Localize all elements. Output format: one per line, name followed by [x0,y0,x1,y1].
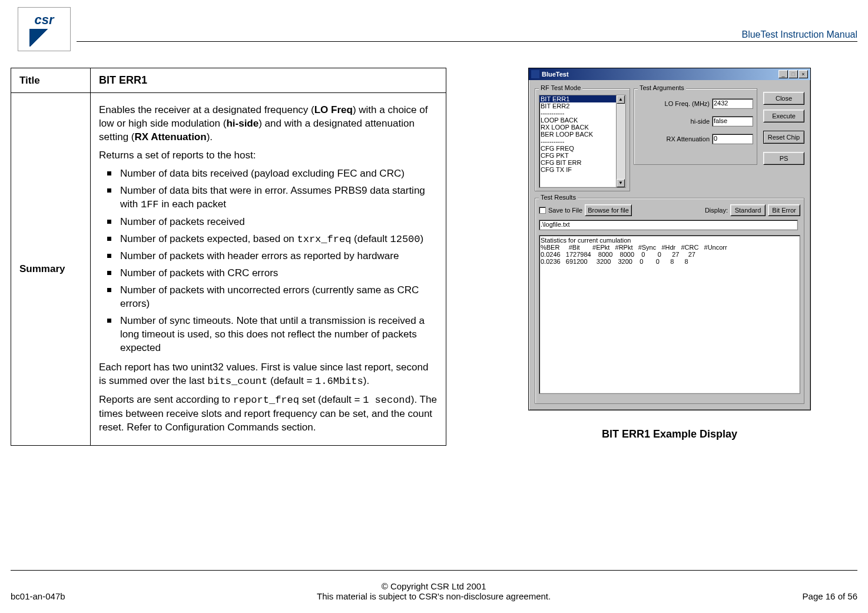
stats-output: Statistics for current cumulation %BER #… [539,235,800,394]
minimize-button[interactable]: _ [778,70,788,78]
header-rule [77,41,857,42]
summary-label: Summary [11,93,91,446]
close-button[interactable]: × [799,70,808,78]
logfile-path-input[interactable]: .\logfile.txt [539,220,798,230]
test-arguments-label: Test Arguments [638,84,686,91]
bullet: Number of sync timeouts. Note that until… [99,314,438,355]
summary-para2: Each report has two unint32 values. Firs… [99,361,438,389]
hi-side-input[interactable]: false [712,116,753,127]
close-dialog-button[interactable]: Close [763,92,804,105]
title-label: Title [11,68,91,93]
summary-content: Enables the receiver at a designated fre… [91,93,446,446]
bullet: Number of data bits that were in error. … [99,184,438,212]
save-to-file-label: Save to File [548,207,582,214]
summary-para3: Reports are sent according to report_fre… [99,393,438,435]
browse-button[interactable]: Browse for file [585,204,632,216]
app-icon [531,70,539,78]
listbox-item[interactable]: CFG BIT ERR [539,159,625,166]
listbox-item[interactable]: CFG FREQ [539,145,625,152]
logo: csr [18,7,71,51]
scroll-down-icon[interactable]: ▼ [617,179,625,187]
spec-table: Title BIT ERR1 Summary Enables the recei… [11,68,446,446]
rx-attenuation-label: RX Attenuation [667,135,710,143]
rf-test-mode-label: RF Test Mode [539,84,582,91]
doc-title: BlueTest Instruction Manual [741,29,857,40]
logo-text: csr [34,12,54,28]
summary-bullets: Number of data bits received (payload ex… [99,167,438,355]
listbox-item[interactable]: LOOP BACK [539,117,625,124]
footer-page: Page 16 of 56 [803,591,857,601]
footer-left: bc01-an-047b [11,591,65,601]
listbox-item[interactable]: ----------- [539,110,625,117]
save-to-file-checkbox[interactable] [539,207,546,214]
maximize-button[interactable]: □ [789,70,798,78]
scroll-up-icon[interactable]: ▲ [617,95,625,104]
bullet: Number of packets with CRC errors [99,267,438,280]
footer-nda: This material is subject to CSR's non-di… [65,591,803,601]
listbox-item[interactable]: CFG TX IF [539,166,625,173]
bullet: Number of packets with header errors as … [99,250,438,263]
hi-side-label: hi-side [691,118,710,125]
bullet: Number of packets expected, based on txr… [99,233,438,247]
logo-swoosh-icon [29,29,59,47]
footer-rule [11,570,857,571]
listbox-item[interactable]: BER LOOP BACK [539,131,625,138]
bullet: Number of packets with uncorrected error… [99,284,438,311]
bullet: Number of packets received [99,216,438,229]
listbox-scrollbar[interactable]: ▲ ▼ [616,95,625,187]
footer: bc01-an-047b © Copyright CSR Ltd 2001 Th… [11,581,857,601]
titlebar: BlueTest _ □ × [529,68,810,80]
ps-button[interactable]: PS [763,152,804,165]
summary-returns: Returns a set of reports to the host: [99,149,438,163]
standard-button[interactable]: Standard [730,204,766,216]
bullet: Number of data bits received (payload ex… [99,167,438,181]
listbox-item[interactable]: BIT ERR1 [539,95,625,102]
title-value: BIT ERR1 [91,68,446,93]
lo-freq-label: LO Freq. (MHz) [665,100,710,107]
footer-copyright: © Copyright CSR Ltd 2001 [65,581,803,591]
summary-intro: Enables the receiver at a designated fre… [99,104,438,144]
test-results-group: Test Results Save to File Browse for fil… [535,198,804,404]
listbox-item[interactable]: CFG PKT [539,152,625,159]
figure-caption: BIT ERR1 Example Display [602,428,737,440]
rf-mode-listbox[interactable]: BIT ERR1BIT ERR2-----------LOOP BACKRX L… [539,95,626,188]
rx-attenuation-input[interactable]: 0 [712,134,753,144]
rf-test-mode-group: RF Test Mode BIT ERR1BIT ERR2-----------… [535,88,630,191]
listbox-item[interactable]: RX LOOP BACK [539,124,625,131]
listbox-item[interactable]: BIT ERR2 [539,102,625,110]
display-label: Display: [705,207,728,214]
app-window: BlueTest _ □ × RF Test Mode BIT ERR1BIT … [528,68,811,410]
lo-freq-input[interactable]: 2432 [712,98,753,109]
listbox-item[interactable]: ----------- [539,138,625,145]
execute-button[interactable]: Execute [763,110,804,122]
reset-chip-button[interactable]: Reset Chip [763,131,804,144]
bit-error-button[interactable]: Bit Error [768,204,800,216]
test-results-label: Test Results [539,194,578,201]
test-arguments-group: Test Arguments LO Freq. (MHz) 2432 hi-si… [634,88,757,165]
window-title: BlueTest [542,71,778,78]
